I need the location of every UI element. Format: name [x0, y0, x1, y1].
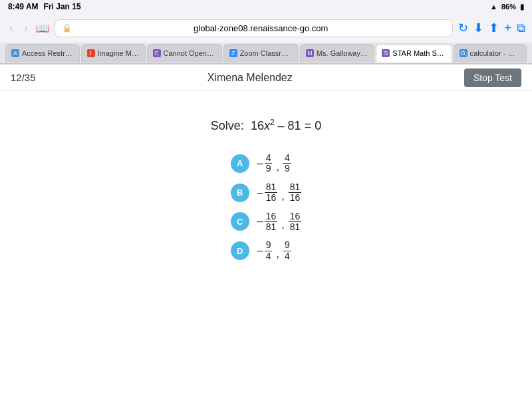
- option-b-content: – 8116 , 8116: [257, 182, 302, 203]
- tab-label: Ms. Galloway's...: [317, 49, 368, 57]
- wifi-icon: ▲: [490, 3, 497, 11]
- battery-level: 86%: [501, 3, 516, 11]
- tab-star-math[interactable]: S STAR Math Sta...: [376, 44, 452, 63]
- options-list: A – 49 , 49 B – 8116 , 8116: [231, 153, 302, 261]
- tab-calculator[interactable]: G calculator - Go...: [454, 44, 527, 63]
- tab-label: Cannot Open P...: [164, 49, 216, 57]
- option-d[interactable]: D – 94 , 94: [231, 240, 291, 261]
- status-date: Fri Jan 15: [44, 2, 81, 11]
- option-c-content: – 1681 , 1681: [257, 211, 302, 233]
- option-a[interactable]: A – 49 , 49: [231, 153, 291, 174]
- option-c-circle: C: [231, 212, 249, 231]
- option-b-circle: B: [231, 184, 249, 202]
- tab-zoom[interactable]: Z Zoom Classroom: [223, 44, 299, 63]
- tab-label: Imagine Math: [98, 49, 140, 57]
- lock-icon: 🔒: [62, 23, 72, 33]
- status-time: 8:49 AM: [8, 2, 39, 11]
- option-d-circle: D: [231, 241, 249, 260]
- option-d-content: – 94 , 94: [257, 240, 291, 261]
- main-content: Solve: 16x2 – 81 = 0 A – 49 , 49 B –: [0, 91, 532, 288]
- forward-button[interactable]: ›: [21, 21, 31, 35]
- browser-chrome: ‹ › 📖 🔒 global-zone08.renaissance-go.com…: [0, 13, 532, 65]
- option-a-content: – 49 , 49: [257, 153, 291, 174]
- battery-icon: ▮: [520, 3, 524, 11]
- tab-label: Zoom Classroom: [240, 49, 293, 57]
- url-text: global-zone08.renaissance-go.com: [76, 23, 446, 33]
- status-bar: 8:49 AM Fri Jan 15 ▲ 86% ▮: [0, 0, 532, 13]
- tabs-button[interactable]: ⧉: [517, 21, 525, 35]
- tab-cannot[interactable]: C Cannot Open P...: [147, 44, 222, 63]
- option-a-circle: A: [231, 154, 249, 173]
- reload-button[interactable]: ↻: [458, 21, 468, 35]
- tab-access[interactable]: A Access Restric...: [5, 44, 80, 63]
- share-button[interactable]: ⬆: [489, 21, 499, 35]
- option-b[interactable]: B – 8116 , 8116: [231, 182, 302, 203]
- option-c[interactable]: C – 1681 , 1681: [231, 211, 302, 233]
- stop-test-button[interactable]: Stop Test: [464, 68, 521, 87]
- nav-bar: ‹ › 📖 🔒 global-zone08.renaissance-go.com…: [0, 13, 532, 43]
- download-button[interactable]: ⬇: [473, 21, 483, 35]
- equation-display: 16x2 – 81 = 0: [247, 119, 321, 132]
- bookmarks-button[interactable]: 📖: [36, 22, 49, 35]
- back-button[interactable]: ‹: [7, 21, 16, 35]
- tab-galloway[interactable]: M Ms. Galloway's...: [300, 44, 374, 63]
- tab-imagine[interactable]: I Imagine Math: [81, 44, 146, 63]
- tab-label: STAR Math Sta...: [392, 49, 446, 57]
- new-tab-button[interactable]: +: [504, 21, 511, 35]
- tabs-bar: A Access Restric... I Imagine Math C Can…: [0, 43, 532, 64]
- question-prompt: Solve:: [211, 119, 244, 132]
- student-name: Ximena Melendez: [207, 72, 293, 84]
- question-text: Solve: 16x2 – 81 = 0: [211, 118, 321, 133]
- app-header: 12/35 Ximena Melendez Stop Test: [0, 65, 532, 91]
- tab-label: Access Restric...: [22, 49, 74, 57]
- progress-indicator: 12/35: [11, 72, 36, 83]
- tab-label: calculator - Go...: [470, 49, 521, 57]
- address-bar[interactable]: 🔒 global-zone08.renaissance-go.com: [55, 19, 453, 37]
